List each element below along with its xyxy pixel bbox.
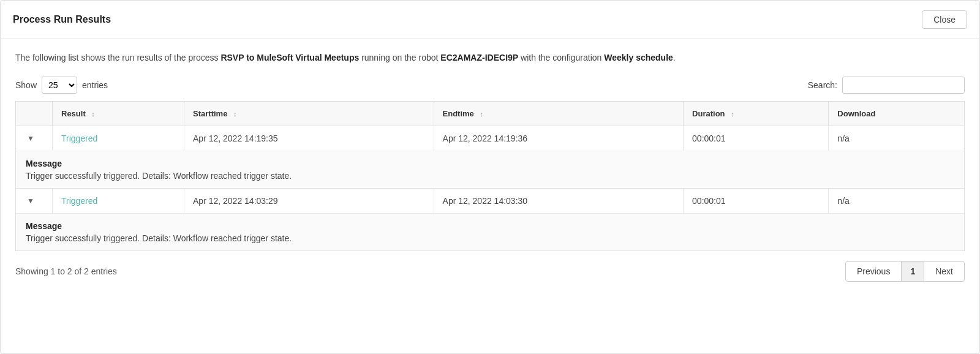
sort-icon-endtime: ↕: [480, 110, 483, 118]
endtime-cell: Apr 12, 2022 14:19:36: [434, 126, 684, 151]
show-label: Show: [15, 80, 37, 90]
modal-body: The following list shows the run results…: [1, 39, 979, 353]
message-text: Trigger successfully triggered. Details:…: [26, 233, 954, 243]
expand-button[interactable]: ▼: [24, 133, 37, 144]
col-header-expand: [16, 102, 53, 126]
table-row: ▼ Triggered Apr 12, 2022 14:19:35 Apr 12…: [16, 126, 965, 151]
results-table: Result ↕ Starttime ↕ Endtime ↕ Duration …: [15, 101, 965, 251]
download-cell: n/a: [829, 189, 965, 214]
expand-cell: ▼: [16, 126, 53, 151]
duration-cell: 00:00:01: [684, 189, 829, 214]
message-container: Message Trigger successfully triggered. …: [16, 151, 964, 188]
page-number-1[interactable]: 1: [902, 261, 924, 282]
robot-name: EC2AMAZ-IDECI9P: [440, 53, 518, 62]
col-header-starttime: Starttime ↕: [184, 102, 434, 126]
entries-label: entries: [82, 80, 108, 90]
showing-text: Showing 1 to 2 of 2 entries: [15, 266, 117, 276]
search-row: Search:: [808, 77, 965, 94]
result-cell: Triggered: [53, 189, 184, 214]
duration-cell: 00:00:01: [684, 126, 829, 151]
message-label: Message: [26, 221, 954, 231]
starttime-cell: Apr 12, 2022 14:19:35: [184, 126, 434, 151]
expand-cell: ▼: [16, 189, 53, 214]
previous-button[interactable]: Previous: [845, 261, 902, 282]
expanded-cell: Message Trigger successfully triggered. …: [16, 151, 965, 189]
message-container: Message Trigger successfully triggered. …: [16, 214, 964, 250]
entries-select[interactable]: 25 10 50 100: [42, 77, 77, 94]
message-label: Message: [26, 159, 954, 168]
description-prefix: The following list shows the run results…: [15, 53, 221, 62]
result-cell: Triggered: [53, 126, 184, 151]
table-header: Result ↕ Starttime ↕ Endtime ↕ Duration …: [16, 102, 965, 126]
expanded-cell: Message Trigger successfully triggered. …: [16, 214, 965, 251]
expanded-message-row: Message Trigger successfully triggered. …: [16, 214, 965, 251]
description-config-prefix: with the configuration: [518, 53, 604, 62]
pagination: Previous 1 Next: [845, 261, 965, 282]
description-text: The following list shows the run results…: [15, 51, 965, 64]
modal-title: Process Run Results: [13, 14, 111, 25]
description-middle: running on the robot: [359, 53, 440, 62]
show-entries-control: Show 25 10 50 100 entries: [15, 77, 108, 94]
modal-header: Process Run Results Close: [1, 1, 979, 39]
starttime-cell: Apr 12, 2022 14:03:29: [184, 189, 434, 214]
expand-button[interactable]: ▼: [24, 195, 37, 206]
result-link[interactable]: Triggered: [61, 134, 97, 143]
sort-icon-starttime: ↕: [233, 110, 237, 118]
config-name: Weekly schedule: [604, 53, 673, 62]
search-label: Search:: [808, 80, 837, 90]
col-header-duration: Duration ↕: [684, 102, 829, 126]
table-row: ▼ Triggered Apr 12, 2022 14:03:29 Apr 12…: [16, 189, 965, 214]
sort-icon-result: ↕: [91, 110, 95, 118]
endtime-cell: Apr 12, 2022 14:03:30: [434, 189, 684, 214]
table-body: ▼ Triggered Apr 12, 2022 14:19:35 Apr 12…: [16, 126, 965, 251]
process-name: RSVP to MuleSoft Virtual Meetups: [221, 53, 359, 62]
col-header-download: Download: [829, 102, 965, 126]
col-header-endtime: Endtime ↕: [434, 102, 684, 126]
download-cell: n/a: [829, 126, 965, 151]
result-link[interactable]: Triggered: [61, 196, 97, 206]
controls-row: Show 25 10 50 100 entries Search:: [15, 77, 965, 94]
process-run-results-modal: Process Run Results Close The following …: [0, 0, 980, 354]
search-input[interactable]: [842, 77, 965, 94]
footer-row: Showing 1 to 2 of 2 entries Previous 1 N…: [15, 261, 965, 287]
expanded-message-row: Message Trigger successfully triggered. …: [16, 151, 965, 189]
message-text: Trigger successfully triggered. Details:…: [26, 171, 954, 181]
col-header-result: Result ↕: [53, 102, 184, 126]
close-button[interactable]: Close: [922, 10, 967, 29]
description-suffix: .: [673, 53, 676, 62]
next-button[interactable]: Next: [924, 261, 965, 282]
sort-icon-duration: ↕: [731, 110, 734, 118]
